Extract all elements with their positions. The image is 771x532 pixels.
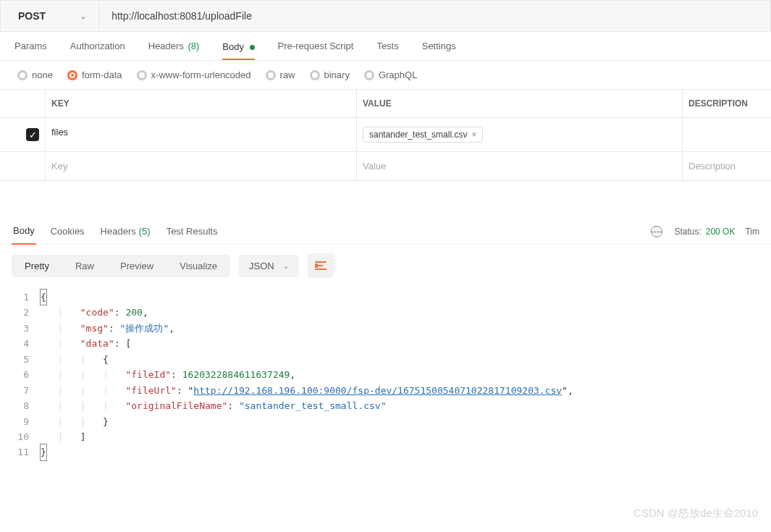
http-method-label: POST xyxy=(18,10,46,22)
line-number: 2 xyxy=(0,305,41,320)
file-chip-name: santander_test_small.csv xyxy=(369,130,467,140)
radio-none[interactable]: none xyxy=(17,69,53,80)
radio-dot-icon xyxy=(310,70,320,80)
col-header-desc: DESCRIPTION xyxy=(682,90,771,117)
http-method-select[interactable]: POST ⌄ xyxy=(1,1,99,31)
tab-params[interactable]: Params xyxy=(14,33,47,59)
view-visualize-button[interactable]: Visualize xyxy=(167,255,230,277)
resp-tab-body[interactable]: Body xyxy=(12,219,36,245)
url-text: http://localhost:8081/uploadFile xyxy=(111,10,252,22)
response-code-viewer[interactable]: 1{ 2 | "code": 200, 3 | "msg": "操作成功", 4… xyxy=(0,287,771,472)
radio-dot-selected-icon xyxy=(67,70,77,80)
tab-body[interactable]: Body xyxy=(222,33,254,60)
line-number: 7 xyxy=(0,383,41,398)
line-number: 1 xyxy=(0,290,41,305)
chevron-down-icon: ⌄ xyxy=(80,12,86,20)
radio-dot-icon xyxy=(137,70,147,80)
line-number: 5 xyxy=(0,352,41,367)
view-mode-segment: Pretty Raw Preview Visualize xyxy=(12,255,230,277)
resp-tab-test-results[interactable]: Test Results xyxy=(165,219,219,245)
line-number: 3 xyxy=(0,321,41,336)
key-placeholder[interactable]: Key xyxy=(45,152,356,180)
tab-body-label: Body xyxy=(222,41,244,52)
globe-icon[interactable] xyxy=(651,226,662,237)
radio-raw[interactable]: raw xyxy=(266,69,295,80)
chevron-down-icon: ⌄ xyxy=(283,262,289,270)
response-view-controls: Pretty Raw Preview Visualize JSON ⌄ xyxy=(0,245,771,287)
line-number: 4 xyxy=(0,336,41,351)
tab-settings[interactable]: Settings xyxy=(422,33,456,59)
desc-placeholder[interactable]: Description xyxy=(682,152,771,180)
table-header-row: KEY VALUE DESCRIPTION xyxy=(0,90,771,118)
dirty-dot-icon xyxy=(250,45,255,50)
line-number: 10 xyxy=(0,429,41,444)
table-row: ✓ files santander_test_small.csv × xyxy=(0,118,771,152)
toggle-wrap-button[interactable] xyxy=(308,253,334,278)
row-checkbox[interactable]: ✓ xyxy=(26,128,39,141)
remove-file-icon[interactable]: × xyxy=(471,130,476,140)
file-url-link[interactable]: http://192.168.196.100:9000/fsp-dev/1675… xyxy=(193,385,562,396)
response-tabs: Body Cookies Headers (5) Test Results St… xyxy=(0,219,771,245)
tab-tests[interactable]: Tests xyxy=(376,33,398,59)
view-raw-button[interactable]: Raw xyxy=(62,255,107,277)
resp-headers-count: (5) xyxy=(139,226,151,237)
radio-dot-icon xyxy=(17,70,28,80)
body-type-radios: none form-data x-www-form-urlencoded raw… xyxy=(0,61,771,89)
tab-headers-label: Headers xyxy=(148,41,184,51)
radio-dot-icon xyxy=(266,70,276,80)
radio-urlencoded[interactable]: x-www-form-urlencoded xyxy=(137,69,251,80)
tab-headers[interactable]: Headers (8) xyxy=(148,33,200,59)
radio-form-data[interactable]: form-data xyxy=(67,69,122,80)
line-number: 6 xyxy=(0,367,41,382)
wrap-lines-icon xyxy=(315,261,326,270)
headers-count: (8) xyxy=(188,41,199,51)
radio-binary[interactable]: binary xyxy=(310,69,350,80)
status-value: 200 OK xyxy=(706,227,736,237)
radio-graphql[interactable]: GraphQL xyxy=(364,69,417,80)
line-number: 9 xyxy=(0,414,41,429)
resp-tab-headers[interactable]: Headers (5) xyxy=(99,219,152,245)
view-pretty-button[interactable]: Pretty xyxy=(12,255,62,277)
row-key-cell[interactable]: files xyxy=(45,118,356,151)
tab-pre-request[interactable]: Pre-request Script xyxy=(278,33,354,59)
url-input[interactable]: http://localhost:8081/uploadFile xyxy=(99,1,770,31)
line-number: 11 xyxy=(0,444,41,460)
status-label: Status: xyxy=(674,227,701,237)
col-header-value: VALUE xyxy=(356,90,682,117)
response-lang-select[interactable]: JSON ⌄ xyxy=(239,255,299,277)
resp-time-label: Tim xyxy=(745,227,759,237)
file-chip: santander_test_small.csv × xyxy=(363,127,483,143)
table-row-placeholder: Key Value Description xyxy=(0,152,771,181)
row-desc-cell[interactable] xyxy=(682,118,771,151)
request-tabs: Params Authorization Headers (8) Body Pr… xyxy=(0,32,771,61)
view-preview-button[interactable]: Preview xyxy=(107,255,167,277)
resp-tab-cookies[interactable]: Cookies xyxy=(49,219,86,245)
tab-authorization[interactable]: Authorization xyxy=(70,33,125,59)
line-number: 8 xyxy=(0,398,41,413)
col-header-key: KEY xyxy=(45,90,356,117)
row-value-cell[interactable]: santander_test_small.csv × xyxy=(356,118,682,151)
response-status: Status: 200 OK Tim xyxy=(651,226,759,237)
radio-dot-icon xyxy=(364,70,374,80)
value-placeholder[interactable]: Value xyxy=(356,152,682,180)
formdata-table: KEY VALUE DESCRIPTION ✓ files santander_… xyxy=(0,89,771,181)
